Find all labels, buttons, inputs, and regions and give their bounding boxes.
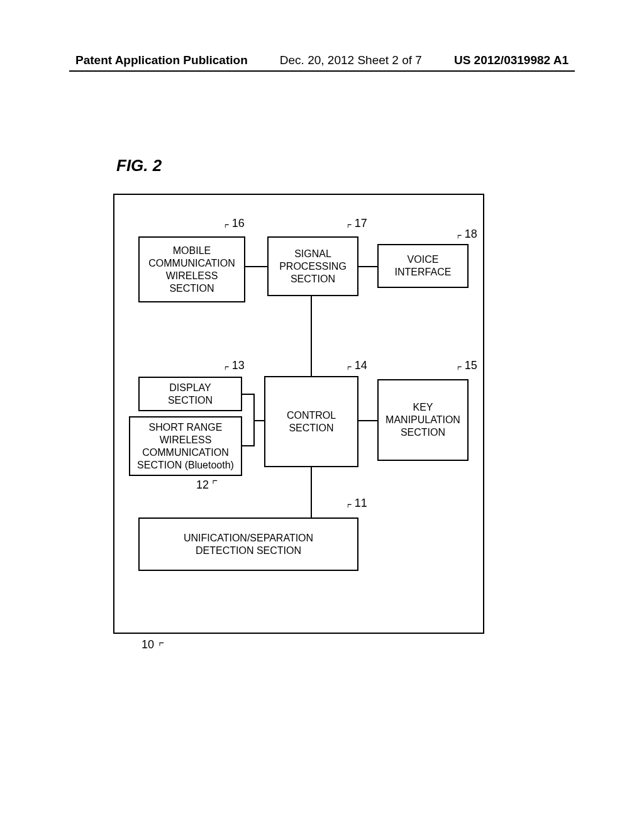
block-text: KEY MANIPULATION SECTION — [386, 401, 460, 439]
leader-hook-icon: ⌐ — [457, 228, 462, 243]
block-text: MOBILE COMMUNICATION WIRELESS SECTION — [148, 245, 235, 295]
page: Patent Application Publication Dec. 20, … — [0, 0, 644, 830]
connector — [242, 394, 253, 395]
leader-hook-icon: ⌐ — [347, 497, 352, 512]
connector — [311, 296, 312, 376]
leader-hook-icon: ⌐ — [213, 473, 218, 488]
header-date-sheet: Dec. 20, 2012 Sheet 2 of 7 — [280, 53, 422, 67]
ref-14: ⌐14 — [346, 358, 367, 372]
connector — [242, 445, 253, 446]
ref-13: ⌐13 — [223, 358, 245, 372]
ref-11: ⌐11 — [346, 495, 367, 510]
block-display-section: DISPLAY SECTION — [138, 377, 242, 411]
page-header: Patent Application Publication Dec. 20, … — [0, 53, 644, 67]
leader-hook-icon: ⌐ — [225, 218, 229, 232]
leader-hook-icon: ⌐ — [347, 218, 352, 232]
block-key-manipulation: KEY MANIPULATION SECTION — [377, 379, 469, 461]
leader-hook-icon: ⌐ — [347, 360, 352, 374]
block-text: CONTROL SECTION — [287, 409, 336, 434]
ref-16: ⌐16 — [223, 216, 245, 230]
block-mobile-communication: MOBILE COMMUNICATION WIRELESS SECTION — [138, 236, 245, 302]
header-rule — [69, 70, 575, 72]
block-text: SHORT RANGE WIRELESS COMMUNICATION SECTI… — [137, 421, 234, 472]
block-text: VOICE INTERFACE — [395, 253, 452, 279]
block-signal-processing: SIGNAL PROCESSING SECTION — [267, 236, 358, 296]
connector — [253, 420, 264, 421]
block-text: UNIFICATION/SEPARATION DETECTION SECTION — [184, 532, 313, 557]
ref-12: 12⌐ — [196, 477, 216, 492]
connector — [311, 467, 312, 517]
ref-10: 10⌐ — [142, 637, 165, 651]
block-voice-interface: VOICE INTERFACE — [377, 244, 469, 288]
block-text: SIGNAL PROCESSING SECTION — [279, 248, 347, 285]
header-publication: Patent Application Publication — [75, 53, 248, 67]
connector — [358, 266, 377, 267]
connector — [358, 420, 377, 421]
connector — [245, 266, 267, 267]
block-unification-separation: UNIFICATION/SEPARATION DETECTION SECTION — [138, 517, 358, 571]
figure-label: FIG. 2 — [116, 156, 162, 175]
block-diagram: MOBILE COMMUNICATION WIRELESS SECTION ⌐1… — [113, 194, 484, 634]
ref-15: ⌐15 — [456, 358, 477, 372]
leader-hook-icon: ⌐ — [159, 636, 164, 650]
ref-18: ⌐18 — [456, 226, 477, 241]
block-control-section: CONTROL SECTION — [264, 376, 358, 467]
leader-hook-icon: ⌐ — [457, 360, 462, 374]
header-docnumber: US 2012/0319982 A1 — [454, 53, 569, 67]
ref-17: ⌐17 — [346, 216, 367, 230]
block-text: DISPLAY SECTION — [168, 382, 213, 407]
block-short-range-wireless: SHORT RANGE WIRELESS COMMUNICATION SECTI… — [129, 416, 242, 476]
leader-hook-icon: ⌐ — [225, 360, 229, 374]
